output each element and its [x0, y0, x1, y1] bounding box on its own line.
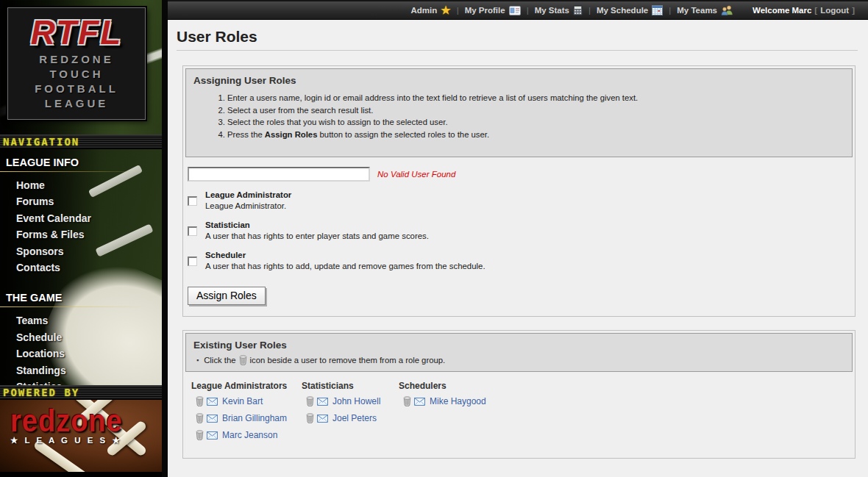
step-bold: Assign Roles	[265, 130, 318, 139]
nav-section-league-info: LEAGUE INFO	[0, 157, 162, 168]
bin-icon[interactable]	[196, 413, 204, 423]
sidebar-item-contacts[interactable]: Contacts	[0, 259, 162, 276]
topbar-item-my-stats[interactable]: My Stats	[535, 5, 583, 15]
topbar-item-admin[interactable]: Admin ★	[410, 6, 450, 15]
user-row: Marc Jeanson	[196, 430, 302, 440]
group-title: League Administrators	[191, 381, 302, 391]
email-icon[interactable]	[207, 431, 218, 440]
league-administrator-checkbox[interactable]	[188, 196, 197, 206]
page-title: User Roles	[177, 28, 858, 46]
rtfl-logo-words: REDZONE TOUCH FOOTBALL LEAGUE	[8, 52, 145, 111]
role-description: A user that has rights to add, update an…	[205, 262, 485, 270]
sidebar-item-teams[interactable]: Teams	[0, 312, 162, 329]
step-text: Enter a users name, login id or email ad…	[227, 93, 638, 102]
rtfl-logo: RTFL REDZONE TOUCH FOOTBALL LEAGUE	[7, 7, 146, 120]
bin-icon[interactable]	[196, 430, 204, 440]
user-link[interactable]: Marc Jeanson	[222, 430, 277, 440]
existing-roles-header-box: Existing User Roles ▪ Click the icon bes…	[185, 333, 853, 372]
sidebar-item-forums[interactable]: Forums	[0, 193, 162, 209]
bin-icon	[239, 355, 247, 365]
role-text: Scheduler A user that has rights to add,…	[205, 250, 485, 272]
assigning-instructions-box: Assigning User Roles Enter a users name,…	[185, 68, 853, 157]
assigning-heading: Assigning User Roles	[193, 75, 844, 86]
logo-word: LEAGUE	[8, 96, 145, 111]
existing-heading: Existing User Roles	[193, 340, 844, 351]
email-icon[interactable]	[414, 398, 425, 406]
sidebar-item-standings[interactable]: Standings	[0, 362, 162, 379]
instruction-step: Press the Assign Roles button to assign …	[227, 129, 844, 141]
topbar-item-my-teams[interactable]: My Teams	[677, 5, 733, 15]
step-text: Select the roles that you wish to assign…	[227, 118, 448, 126]
user-link[interactable]: Brian Gillingham	[222, 413, 287, 423]
email-icon[interactable]	[207, 398, 218, 406]
note-text: icon beside a user to remove them from a…	[250, 356, 446, 365]
remove-instruction: ▪ Click the icon beside a user to remove…	[193, 355, 844, 365]
user-row: Brian Gillingham	[196, 413, 302, 423]
app-window: RTFL REDZONE TOUCH FOOTBALL LEAGUE NAVIG…	[0, 0, 868, 477]
role-text: Statistician A user that has rights to e…	[205, 220, 429, 242]
sidebar-item-locations[interactable]: Locations	[0, 345, 162, 362]
role-description: League Administrator.	[205, 201, 286, 210]
vcard-icon	[509, 6, 521, 15]
welcome-user-label: Welcome Marc	[753, 6, 811, 15]
user-link[interactable]: Mike Haygood	[430, 396, 486, 406]
instruction-steps: Enter a users name, login id or email ad…	[193, 92, 844, 140]
role-text: League Administrator League Administrato…	[205, 190, 291, 212]
step-text: button to assign the selected roles to t…	[317, 130, 489, 139]
page-content: User Roles Assigning User Roles Enter a …	[168, 28, 868, 477]
assign-roles-button[interactable]: Assign Roles	[188, 287, 266, 305]
sidebar-item-home[interactable]: Home	[0, 177, 162, 193]
scheduler-checkbox[interactable]	[188, 257, 197, 266]
title-divider	[177, 50, 858, 51]
bin-icon[interactable]	[306, 396, 314, 406]
redzone-leagues-logo: redzone ★ L E A G U E S ★	[10, 406, 123, 445]
role-groups: League Administrators Kevin Bart Brian G…	[185, 372, 853, 456]
group-title: Schedulers	[399, 381, 853, 391]
sidebar-item-event-calendar[interactable]: Event Calendar	[0, 210, 162, 226]
calculator-icon	[573, 5, 583, 15]
logo-word: FOOTBALL	[8, 82, 145, 96]
sidebar-item-schedule[interactable]: Schedule	[0, 329, 162, 345]
menu-separator: |	[527, 6, 529, 15]
step-text: Press the	[227, 130, 265, 139]
instruction-step: Enter a users name, login id or email ad…	[227, 92, 844, 104]
topbar-item-my-schedule[interactable]: My Schedule	[597, 5, 663, 15]
sidebar-item-sponsors[interactable]: Sponsors	[0, 243, 162, 259]
user-link[interactable]: Joel Peters	[332, 413, 377, 423]
bullet-marker: ▪	[196, 356, 199, 364]
group-league-administrators: League Administrators Kevin Bart Brian G…	[191, 381, 302, 447]
email-icon[interactable]	[317, 415, 328, 423]
email-icon[interactable]	[207, 415, 218, 423]
role-description: A user that has rights to enter player s…	[205, 232, 429, 240]
menu-separator: |	[669, 6, 671, 15]
calendar-icon	[652, 5, 663, 15]
topbar-item-my-profile[interactable]: My Profile	[465, 6, 521, 15]
bin-icon[interactable]	[306, 413, 314, 423]
main-area: Admin ★ | My Profile | My Stats | My Sch…	[168, 0, 868, 477]
logo-word: TOUCH	[8, 67, 145, 82]
my-profile-label: My Profile	[465, 6, 505, 15]
statistician-checkbox[interactable]	[188, 226, 197, 236]
bin-icon[interactable]	[196, 396, 204, 406]
admin-label: Admin	[410, 6, 437, 15]
user-row: Mike Haygood	[403, 396, 853, 406]
logout-bracket: [	[814, 6, 817, 15]
my-teams-label: My Teams	[677, 6, 717, 15]
email-icon[interactable]	[317, 398, 328, 406]
user-search-input[interactable]	[188, 167, 370, 182]
user-link[interactable]: John Howell	[332, 396, 380, 406]
bin-icon[interactable]	[403, 396, 411, 406]
user-search-row: No Valid User Found	[188, 167, 853, 182]
role-option-statistician: Statistician A user that has rights to e…	[188, 220, 853, 242]
menu-separator: |	[588, 6, 591, 15]
group-statisticians: Statisticians John Howell Joel Peters	[302, 381, 399, 447]
my-stats-label: My Stats	[535, 6, 569, 15]
navigation-marquee: NAVIGATION	[0, 135, 162, 149]
rtfl-logo-acronym: RTFL	[8, 14, 145, 51]
user-link[interactable]: Kevin Bart	[222, 396, 263, 406]
step-text: Select a user from the search result lis…	[227, 106, 373, 115]
logout-link[interactable]: Logout	[820, 6, 849, 15]
sidebar-item-forms-files[interactable]: Forms & Files	[0, 226, 162, 243]
no-valid-user-message: No Valid User Found	[377, 170, 455, 179]
group-schedulers: Schedulers Mike Haygood	[399, 381, 853, 447]
